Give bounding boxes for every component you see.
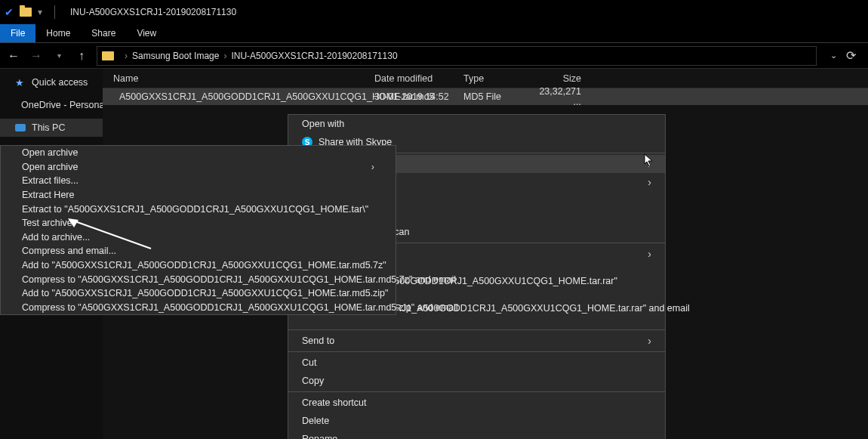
chevron-right-icon: ›: [648, 176, 651, 188]
ctx-open-with[interactable]: Open with: [288, 115, 665, 133]
refresh-icon[interactable]: ⟳: [846, 48, 856, 63]
ctx-cut[interactable]: Cut: [288, 354, 665, 372]
breadcrumb-2[interactable]: INU-A500GXXS1CRJ1-20190208171130: [231, 51, 397, 61]
folder-icon[interactable]: [20, 8, 32, 17]
7z-compress-email[interactable]: Compress and email...: [1, 244, 396, 258]
tab-share[interactable]: Share: [81, 24, 126, 42]
address-right: ⌄ ⟳: [824, 48, 862, 63]
titlebar: ✔ ▾ INU-A500GXXS1CRJ1-20190208171130: [0, 0, 868, 24]
sidebar-onedrive[interactable]: OneDrive - Personal: [0, 96, 103, 114]
7z-add-to-zip[interactable]: Add to "A500GXXS1CRJ1_A500GODD1CRJ1_A500…: [1, 286, 396, 301]
7z-open-archive-2[interactable]: Open archive›: [1, 160, 396, 175]
chevron-right-icon: ›: [223, 51, 226, 61]
check-icon[interactable]: ✔: [5, 7, 14, 17]
7z-extract-here[interactable]: Extract Here: [1, 188, 396, 202]
breadcrumb-1[interactable]: Samsung Boot Image: [132, 51, 219, 61]
chevron-right-icon: ›: [125, 51, 128, 61]
col-date[interactable]: Date modified: [374, 73, 463, 84]
separator: [288, 391, 665, 392]
monitor-icon: [15, 124, 26, 131]
7z-compress-zip-email[interactable]: Compress to "A500GXXS1CRJ1_A500GODD1CRJ1…: [1, 301, 396, 315]
7z-test-archive[interactable]: Test archive: [1, 216, 396, 230]
file-row[interactable]: A500GXXS1CRJ1_A500GODD1CRJ1_A500GXXU1CQG…: [103, 88, 868, 105]
ribbon: File Home Share View: [0, 24, 868, 42]
chevron-right-icon: ›: [648, 335, 651, 347]
7z-add-to-archive[interactable]: Add to archive...: [1, 230, 396, 245]
chevron-right-icon: ›: [371, 162, 374, 172]
up-button[interactable]: ↑: [74, 48, 89, 63]
ctx-rename[interactable]: Rename: [288, 430, 665, 439]
7z-compress-7z-email[interactable]: Compress to "A500GXXS1CRJ1_A500GODD1CRJ1…: [1, 272, 396, 286]
context-submenu-7zip: Open archive Open archive› Extract files…: [0, 145, 396, 315]
ctx-copy[interactable]: Copy: [288, 372, 665, 390]
7z-add-to-7z[interactable]: Add to "A500GXXS1CRJ1_A500GODD1CRJ1_A500…: [1, 258, 396, 273]
file-date: 30-01-2019 14:52: [374, 91, 463, 102]
tab-home[interactable]: Home: [35, 24, 81, 42]
folder-icon: [102, 51, 114, 60]
chevron-right-icon: ›: [648, 248, 651, 260]
file-size: 23,32,271 ...: [539, 86, 586, 107]
7z-extract-files[interactable]: Extract files...: [1, 174, 396, 188]
star-icon: ★: [15, 77, 26, 88]
7z-open-archive[interactable]: Open archive: [1, 146, 396, 160]
separator: [288, 329, 665, 330]
tab-view[interactable]: View: [126, 24, 167, 42]
sidebar-this-pc[interactable]: This PC: [0, 119, 103, 137]
window-title: INU-A500GXXS1CRJ1-20190208171130: [70, 7, 236, 17]
file-type: MD5 File: [463, 91, 539, 102]
dropdown-icon[interactable]: ▾: [38, 7, 42, 17]
ctx-delete[interactable]: Delete: [288, 412, 665, 430]
sidebar-label: Quick access: [32, 77, 88, 88]
history-dropdown[interactable]: ▾: [51, 48, 66, 63]
col-size[interactable]: Size: [539, 73, 586, 84]
ctx-send-to[interactable]: Send to›: [288, 332, 665, 350]
column-headers: Name Date modified Type Size: [103, 69, 868, 88]
dropdown-icon[interactable]: ⌄: [830, 51, 837, 60]
back-button[interactable]: ←: [6, 48, 21, 63]
sidebar-label: This PC: [32, 122, 65, 133]
divider: [54, 5, 55, 19]
separator: [288, 351, 665, 352]
7z-extract-to[interactable]: Extract to "A500GXXS1CRJ1_A500GODD1CRJ1_…: [1, 202, 396, 216]
titlebar-icons: ✔ ▾: [5, 5, 61, 19]
sidebar-label: OneDrive - Personal: [21, 100, 106, 110]
address-bar[interactable]: › Samsung Boot Image › INU-A500GXXS1CRJ1…: [97, 46, 817, 66]
sidebar-quick-access[interactable]: ★ Quick access: [0, 73, 103, 91]
forward-button[interactable]: →: [29, 48, 44, 63]
col-name[interactable]: Name: [103, 73, 374, 84]
chevron-right-icon: ›: [648, 158, 651, 170]
ctx-create-shortcut[interactable]: Create shortcut: [288, 394, 665, 412]
navbar: ← → ▾ ↑ › Samsung Boot Image › INU-A500G…: [0, 43, 868, 69]
tab-file[interactable]: File: [0, 24, 35, 42]
col-type[interactable]: Type: [463, 73, 539, 84]
